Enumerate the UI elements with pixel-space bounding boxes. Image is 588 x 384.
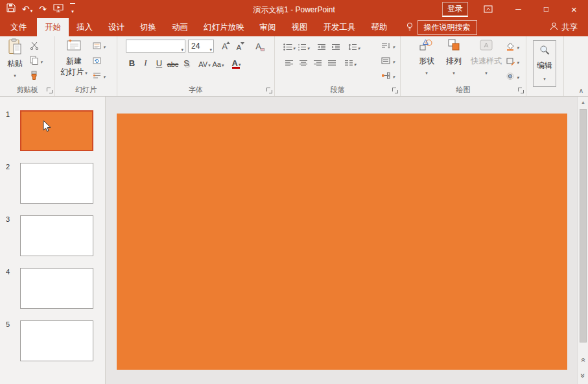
- tab-review[interactable]: 审阅: [252, 18, 284, 36]
- shape-effects-button[interactable]: [506, 70, 519, 82]
- clear-formatting-button[interactable]: A: [252, 40, 265, 53]
- grow-font-button[interactable]: A: [218, 40, 231, 53]
- quick-styles-button[interactable]: 快速样式: [468, 38, 504, 82]
- scrollbar-thumb[interactable]: [580, 109, 587, 342]
- slide-canvas-area[interactable]: [106, 97, 577, 384]
- redo-icon[interactable]: ↷: [39, 5, 47, 14]
- slide-thumbnail-1[interactable]: [20, 110, 93, 151]
- ribbon: 粘贴 剪贴板 新建 幻灯片 幻灯片: [0, 36, 588, 97]
- slide-number: 4: [6, 268, 10, 276]
- shape-outline-button[interactable]: [506, 55, 519, 67]
- paste-dropdown-icon[interactable]: [14, 70, 16, 80]
- slide-layout-button[interactable]: [93, 40, 106, 51]
- font-name-combo[interactable]: [126, 40, 185, 53]
- align-text-button[interactable]: [381, 54, 395, 66]
- arrange-button[interactable]: 排列: [441, 38, 467, 82]
- quick-access-toolbar: ↶ ↷: [0, 0, 75, 18]
- format-painter-button[interactable]: [30, 69, 43, 81]
- columns-button[interactable]: [344, 56, 357, 69]
- strikethrough-button[interactable]: abc: [167, 56, 179, 69]
- increase-indent-button[interactable]: [329, 40, 342, 53]
- lightbulb-icon: [406, 22, 414, 33]
- scroll-up-icon[interactable]: ▲: [578, 97, 588, 108]
- slide-thumbnail-2[interactable]: [20, 163, 93, 204]
- vertical-scrollbar[interactable]: ▲ » »: [577, 97, 588, 384]
- line-spacing-button[interactable]: [347, 40, 360, 53]
- thumbnail-row-1: 1: [0, 110, 105, 151]
- paragraph-dialog-launcher-icon[interactable]: [392, 88, 398, 93]
- paragraph-group-label: 段落: [275, 85, 400, 95]
- text-shadow-button[interactable]: S: [180, 56, 193, 69]
- minimize-button[interactable]: ─: [504, 0, 532, 18]
- new-slide-button[interactable]: 新建 幻灯片: [59, 38, 89, 82]
- close-button[interactable]: ×: [560, 0, 588, 18]
- tab-file[interactable]: 文件: [0, 18, 37, 36]
- next-slide-button[interactable]: »: [578, 370, 588, 381]
- tab-help[interactable]: 帮助: [364, 18, 395, 36]
- previous-slide-button[interactable]: »: [578, 354, 588, 365]
- quick-styles-icon: [479, 38, 493, 55]
- slide-thumbnail-5[interactable]: [20, 320, 93, 361]
- slide-thumbnail-panel[interactable]: 1 2 3 4 5: [0, 97, 106, 384]
- tab-animations[interactable]: 动画: [164, 18, 196, 36]
- editing-button[interactable]: 编辑: [533, 40, 556, 87]
- tab-insert[interactable]: 插入: [69, 18, 100, 36]
- tab-slideshow[interactable]: 幻灯片放映: [196, 18, 252, 36]
- tab-home[interactable]: 开始: [37, 18, 69, 36]
- group-editing: 编辑: [526, 36, 564, 96]
- undo-icon[interactable]: ↶: [22, 5, 30, 14]
- justify-button[interactable]: [325, 56, 338, 69]
- thumbnail-row-3: 3: [0, 215, 105, 256]
- slide-number: 3: [6, 215, 10, 223]
- cut-button[interactable]: [30, 40, 43, 51]
- start-slideshow-icon[interactable]: [53, 3, 64, 15]
- section-button[interactable]: [93, 69, 106, 81]
- numbering-button[interactable]: [297, 40, 310, 53]
- tell-me-search[interactable]: 操作说明搜索: [406, 18, 477, 36]
- decrease-indent-button[interactable]: [315, 40, 328, 53]
- text-direction-button[interactable]: [381, 40, 395, 51]
- current-slide[interactable]: [117, 114, 567, 370]
- convert-to-smartart-button[interactable]: [381, 69, 395, 81]
- bold-button[interactable]: B: [126, 56, 138, 69]
- tab-design[interactable]: 设计: [100, 18, 132, 36]
- undo-dropdown-icon[interactable]: [30, 4, 33, 14]
- share-button[interactable]: 共享: [550, 18, 578, 36]
- underline-button[interactable]: U: [153, 56, 165, 69]
- change-case-button[interactable]: Aa: [212, 56, 224, 69]
- drawing-dialog-launcher-icon[interactable]: [518, 88, 524, 93]
- character-spacing-button[interactable]: AV: [198, 56, 211, 69]
- font-color-button[interactable]: A: [230, 56, 242, 69]
- slide-thumbnail-4[interactable]: [20, 268, 93, 309]
- collapse-ribbon-icon[interactable]: ∧: [579, 87, 583, 94]
- align-center-button[interactable]: [297, 56, 310, 69]
- maximize-button[interactable]: □: [532, 0, 560, 18]
- bullets-button[interactable]: [283, 40, 296, 53]
- slide-thumbnail-3[interactable]: [20, 215, 93, 256]
- align-left-button[interactable]: [283, 56, 296, 69]
- shapes-button[interactable]: 形状: [414, 38, 440, 82]
- magnifier-icon: [539, 45, 550, 58]
- save-icon[interactable]: [6, 3, 16, 15]
- group-drawing: 形状 排列 快速样式 绘图: [401, 36, 526, 96]
- customize-qat-icon[interactable]: [70, 3, 75, 15]
- thumbnail-row-2: 2: [0, 163, 105, 204]
- align-right-button[interactable]: [311, 56, 324, 69]
- copy-button[interactable]: [30, 54, 43, 66]
- paste-button[interactable]: 粘贴: [2, 38, 28, 82]
- italic-button[interactable]: I: [139, 56, 152, 69]
- font-size-combo[interactable]: 24: [188, 40, 214, 53]
- reset-slide-button[interactable]: [93, 54, 106, 66]
- mouse-cursor: [43, 120, 52, 135]
- group-clipboard: 粘贴 剪贴板: [0, 36, 55, 96]
- sign-in-button[interactable]: 登录: [442, 2, 468, 17]
- tab-view[interactable]: 视图: [284, 18, 316, 36]
- tab-developer[interactable]: 开发工具: [316, 18, 364, 36]
- tab-transitions[interactable]: 切换: [132, 18, 164, 36]
- clipboard-dialog-launcher-icon[interactable]: [47, 88, 53, 93]
- shape-fill-button[interactable]: [506, 40, 519, 52]
- ribbon-display-options-icon[interactable]: [484, 5, 493, 13]
- thumbnail-row-5: 5: [0, 320, 105, 361]
- font-dialog-launcher-icon[interactable]: [266, 88, 272, 93]
- shrink-font-button[interactable]: A: [233, 40, 245, 53]
